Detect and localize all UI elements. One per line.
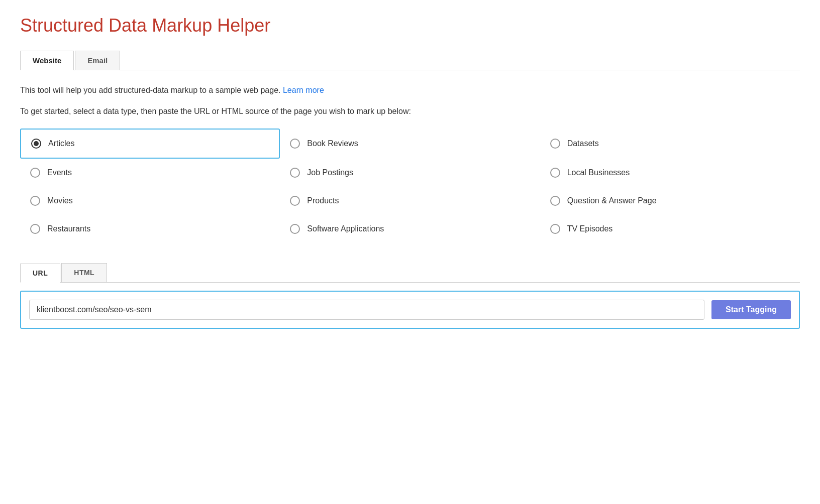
- instruction-text: To get started, select a data type, then…: [20, 105, 800, 117]
- radio-tv-episodes: [550, 224, 560, 234]
- main-tabs: Website Email: [20, 50, 800, 70]
- data-type-products[interactable]: Products: [280, 187, 540, 215]
- tab-html[interactable]: HTML: [61, 263, 107, 282]
- tab-email[interactable]: Email: [75, 51, 120, 70]
- radio-question-answer: [550, 196, 560, 206]
- label-local-businesses: Local Businesses: [567, 168, 630, 177]
- data-types-grid: Articles Book Reviews Datasets Events Jo…: [20, 129, 800, 243]
- radio-book-reviews: [290, 139, 300, 149]
- label-articles: Articles: [48, 139, 74, 148]
- tab-url[interactable]: URL: [20, 264, 60, 283]
- data-type-question-answer[interactable]: Question & Answer Page: [540, 187, 800, 215]
- radio-restaurants: [30, 224, 40, 234]
- tab-website[interactable]: Website: [20, 51, 74, 70]
- url-input-wrapper: Start Tagging: [20, 291, 800, 329]
- label-events: Events: [47, 168, 72, 177]
- data-type-datasets[interactable]: Datasets: [540, 129, 800, 159]
- radio-movies: [30, 196, 40, 206]
- radio-dot-articles: [34, 141, 39, 146]
- label-movies: Movies: [47, 196, 73, 205]
- data-type-restaurants[interactable]: Restaurants: [20, 215, 280, 243]
- start-tagging-button[interactable]: Start Tagging: [711, 300, 791, 319]
- data-type-articles[interactable]: Articles: [20, 129, 280, 159]
- learn-more-link[interactable]: Learn more: [283, 86, 324, 94]
- description-text: This tool will help you add structured-d…: [20, 84, 800, 96]
- label-book-reviews: Book Reviews: [307, 139, 358, 148]
- data-type-events[interactable]: Events: [20, 159, 280, 187]
- radio-products: [290, 196, 300, 206]
- label-datasets: Datasets: [567, 139, 599, 148]
- data-type-local-businesses[interactable]: Local Businesses: [540, 159, 800, 187]
- page-title: Structured Data Markup Helper: [20, 15, 800, 36]
- description-main: This tool will help you add structured-d…: [20, 86, 281, 94]
- input-section: URL HTML Start Tagging: [20, 263, 800, 329]
- data-type-book-reviews[interactable]: Book Reviews: [280, 129, 540, 159]
- url-input[interactable]: [29, 300, 704, 320]
- input-tabs: URL HTML: [20, 263, 800, 283]
- radio-events: [30, 168, 40, 178]
- label-products: Products: [307, 196, 339, 205]
- data-type-tv-episodes[interactable]: TV Episodes: [540, 215, 800, 243]
- data-type-job-postings[interactable]: Job Postings: [280, 159, 540, 187]
- radio-datasets: [550, 139, 560, 149]
- label-software-applications: Software Applications: [307, 224, 384, 233]
- radio-local-businesses: [550, 168, 560, 178]
- radio-software-applications: [290, 224, 300, 234]
- radio-articles: [31, 139, 41, 149]
- data-type-software-applications[interactable]: Software Applications: [280, 215, 540, 243]
- data-type-movies[interactable]: Movies: [20, 187, 280, 215]
- radio-job-postings: [290, 168, 300, 178]
- label-restaurants: Restaurants: [47, 224, 90, 233]
- label-job-postings: Job Postings: [307, 168, 353, 177]
- label-question-answer: Question & Answer Page: [567, 196, 657, 205]
- label-tv-episodes: TV Episodes: [567, 224, 613, 233]
